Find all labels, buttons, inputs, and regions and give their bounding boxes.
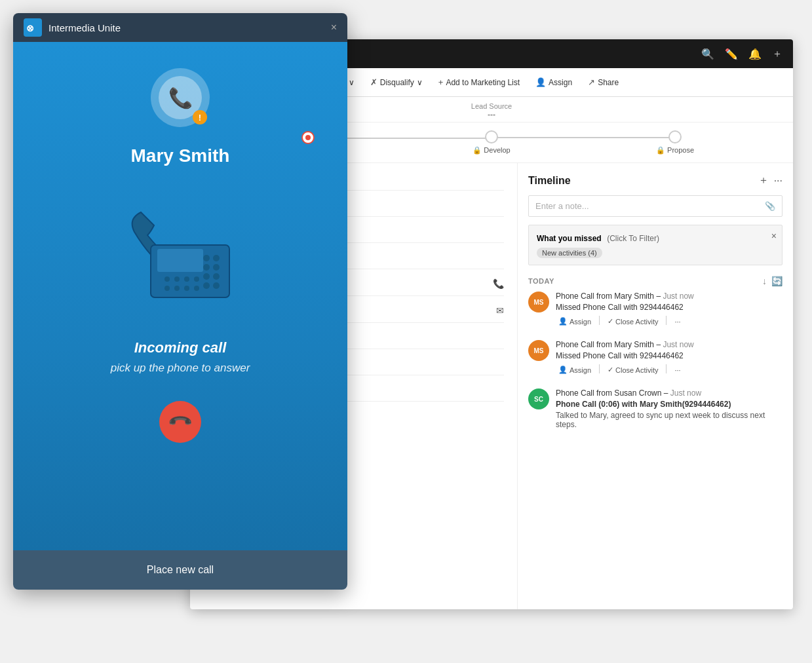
timeline-item-actions-0: 👤 Assign ✓ Close Activity ··· [556, 316, 783, 327]
disqualify-dropdown-icon: ∨ [417, 78, 423, 87]
unite-hangup-button[interactable]: 📞 [159, 401, 201, 443]
unite-desk-phone [115, 199, 246, 307]
assign-button[interactable]: 👤 Assign [529, 73, 579, 91]
new-activities-badge[interactable]: New activities (4) [537, 248, 602, 258]
check-icon-1: ✓ [608, 366, 613, 374]
timeline-panel: Timeline ＋ ··· Enter a note... 📎 × What … [518, 163, 793, 609]
timeline-item-content-0: Phone Call from Mary Smith – Just now Mi… [556, 292, 783, 327]
step-circle-develop [485, 130, 498, 143]
assign-icon-1: 👤 [558, 366, 568, 374]
unite-title-left: ⊗ Intermedia Unite [24, 18, 121, 37]
unite-incoming-text: Incoming call [134, 339, 227, 356]
svg-point-16 [203, 273, 210, 280]
email-icon[interactable]: ✉ [496, 305, 504, 316]
missed-banner: × What you missed (Click To Filter) New … [528, 225, 783, 265]
step-circle-propose [668, 130, 682, 143]
avatar-ms-0: MS [528, 292, 549, 313]
timeline-item-content-1: Phone Call from Mary Smith – Just now Mi… [556, 340, 783, 375]
svg-point-13 [213, 255, 220, 261]
unite-title-text: Intermedia Unite [48, 22, 121, 33]
svg-point-11 [194, 286, 199, 291]
timeline-item-0: MS Phone Call from Mary Smith – Just now… [528, 292, 783, 327]
progress-step-propose: 🔒 Propose [583, 130, 767, 155]
assign-icon-0: 👤 [558, 317, 568, 326]
disqualify-button[interactable]: ✗ Disqualify ∨ [364, 73, 429, 91]
share-icon: ↗ [588, 77, 595, 87]
share-button[interactable]: ↗ Share [581, 73, 625, 91]
unite-widget: ⊗ Intermedia Unite × 📞 ! Mary Smith [13, 13, 347, 590]
svg-point-19 [213, 282, 220, 289]
add-marketing-button[interactable]: + Add to Marketing List [432, 73, 526, 91]
progress-step-develop: 🔒 Develop [400, 130, 583, 155]
check-icon-0: ✓ [608, 317, 613, 326]
missed-close-button[interactable]: × [771, 231, 777, 241]
assign-activity-btn-0[interactable]: 👤 Assign [556, 316, 594, 327]
unite-phone-symbol: 📞 [168, 86, 193, 109]
timeline-item-actions-1: 👤 Assign ✓ Close Activity ··· [556, 364, 783, 375]
unite-close-button[interactable]: × [331, 22, 337, 33]
timeline-item-1: MS Phone Call from Mary Smith – Just now… [528, 340, 783, 375]
svg-point-8 [164, 286, 170, 291]
unite-alert-badge: ! [193, 110, 207, 124]
more-btn-0[interactable]: ··· [672, 316, 683, 327]
timeline-item-body-2: Phone Call (0:06) with Mary Smith(929444… [556, 400, 783, 409]
step-label-develop: 🔒 Develop [473, 146, 510, 155]
add-marketing-icon: + [438, 77, 444, 87]
note-input-area[interactable]: Enter a note... 📎 [528, 195, 783, 217]
hangup-icon: 📞 [166, 408, 193, 435]
timeline-header: Timeline ＋ ··· [528, 174, 783, 187]
step-label-propose: 🔒 Propose [656, 146, 694, 155]
unite-footer: Place new call [13, 550, 347, 590]
timeline-item-header-1: Phone Call from Mary Smith – Just now [556, 340, 783, 349]
timeline-item-body-0: Missed Phone Call with 9294446462 [556, 303, 783, 312]
svg-rect-3 [157, 249, 203, 272]
timeline-header-actions: ＋ ··· [758, 174, 783, 187]
svg-text:⊗: ⊗ [26, 23, 34, 33]
notify-icon[interactable]: 🔔 [748, 48, 762, 60]
add-icon[interactable]: ＋ [772, 47, 783, 61]
search-icon[interactable]: 🔍 [701, 48, 714, 60]
more-btn-1[interactable]: ··· [672, 364, 683, 375]
desk-phone-svg [115, 199, 246, 304]
disqualify-icon: ✗ [370, 77, 377, 87]
process-dropdown-icon: ∨ [349, 78, 355, 87]
svg-point-4 [164, 276, 170, 282]
missed-banner-title: What you missed (Click To Filter) [537, 232, 774, 244]
avatar-ms-1: MS [528, 340, 549, 361]
timeline-item-2: SC Phone Call from Susan Crown – Just no… [528, 388, 783, 431]
timeline-item-header-2: Phone Call from Susan Crown – Just now [556, 388, 783, 398]
today-icons: ↓ 🔄 [762, 276, 783, 286]
timeline-add-button[interactable]: ＋ [758, 174, 769, 187]
separator-1 [599, 364, 600, 373]
separator-0b [666, 316, 667, 325]
note-placeholder: Enter a note... [535, 201, 589, 211]
phone-icon[interactable]: 📞 [493, 278, 504, 289]
timeline-title: Timeline [528, 175, 571, 187]
timeline-more-button[interactable]: ··· [774, 174, 783, 187]
unite-caller-name: Mary Smith [131, 145, 230, 166]
svg-point-6 [184, 276, 189, 282]
filter-icon[interactable]: 🔄 [771, 276, 783, 286]
edit-icon[interactable]: ✏️ [725, 48, 738, 60]
timeline-item-body-1: Missed Phone Call with 9294446462 [556, 351, 783, 360]
svg-point-15 [213, 264, 220, 271]
close-activity-btn-0[interactable]: ✓ Close Activity [605, 316, 661, 327]
close-activity-btn-1[interactable]: ✓ Close Activity [605, 364, 661, 375]
svg-point-17 [213, 273, 220, 280]
avatar-sc-2: SC [528, 388, 549, 409]
svg-point-14 [203, 264, 210, 271]
timeline-item-detail-2: Talked to Mary, agreed to sync up next w… [556, 411, 783, 429]
unite-phone-icon-wrapper: 📞 ! [151, 68, 210, 127]
unite-logo-icon: ⊗ [24, 18, 42, 37]
unite-titlebar: ⊗ Intermedia Unite × [13, 13, 347, 42]
svg-point-12 [203, 255, 210, 261]
separator-1b [666, 364, 667, 373]
sort-icon[interactable]: ↓ [762, 276, 767, 286]
step-circle-qualify [301, 131, 315, 144]
assign-activity-btn-1[interactable]: 👤 Assign [556, 364, 594, 375]
svg-point-5 [174, 276, 180, 282]
svg-point-18 [203, 282, 210, 289]
svg-point-7 [194, 276, 199, 282]
svg-point-9 [174, 286, 180, 291]
place-call-text: Place new call [147, 564, 214, 576]
